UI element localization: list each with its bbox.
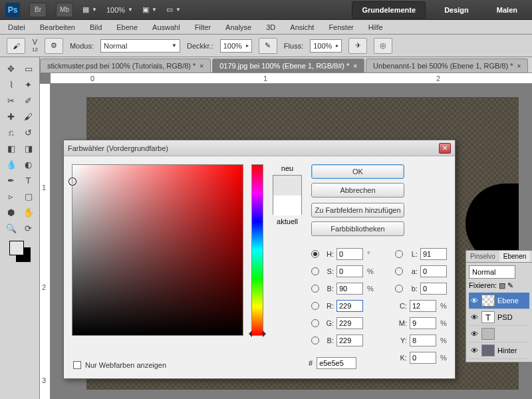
close-icon[interactable]: × bbox=[517, 63, 521, 70]
path-tool[interactable]: ▹ bbox=[3, 189, 19, 203]
wand-tool[interactable]: ✦ bbox=[21, 77, 37, 92]
visibility-icon[interactable]: 👁 bbox=[471, 313, 479, 321]
document-tab[interactable]: 0179.jpg bei 100% (Ebene 1, RGB/8#) *× bbox=[212, 59, 364, 72]
tab-ebenen[interactable]: Ebenen bbox=[499, 251, 530, 262]
input-r[interactable] bbox=[336, 300, 363, 312]
radio-l[interactable] bbox=[395, 250, 403, 258]
layer-row[interactable]: 👁Hinter bbox=[469, 342, 529, 359]
crop-tool[interactable]: ✂ bbox=[3, 93, 19, 108]
close-icon[interactable]: × bbox=[200, 63, 203, 70]
opacity-pressure-icon[interactable]: ✎ bbox=[259, 38, 277, 54]
pen-tool[interactable]: ✒ bbox=[3, 173, 19, 188]
hue-slider[interactable] bbox=[251, 164, 263, 336]
input-blue[interactable] bbox=[336, 334, 363, 346]
layer-row[interactable]: 👁Ebene bbox=[469, 293, 529, 309]
input-m[interactable] bbox=[410, 317, 436, 329]
zoom-dropdown[interactable]: 100%▼ bbox=[106, 6, 133, 14]
menu-3d[interactable]: 3D bbox=[261, 21, 281, 33]
menu-bild[interactable]: Bild bbox=[84, 21, 107, 33]
menu-filter[interactable]: Filter bbox=[190, 21, 216, 33]
color-field[interactable] bbox=[72, 164, 243, 336]
workspace-grundelemente[interactable]: Grundelemente bbox=[352, 1, 426, 19]
radio-b[interactable] bbox=[311, 285, 319, 293]
move-tool[interactable]: ✥ bbox=[3, 61, 19, 76]
workspace-malen[interactable]: Malen bbox=[487, 2, 527, 18]
visibility-icon[interactable]: 👁 bbox=[471, 346, 479, 354]
menu-bearbeiten[interactable]: Bearbeiten bbox=[35, 21, 80, 33]
close-button[interactable]: ✕ bbox=[439, 143, 451, 154]
document-tab[interactable]: Unbenannt-1 bei 500% (Ebene 1, RGB/8) *× bbox=[366, 59, 528, 72]
gradient-tool[interactable]: ◨ bbox=[21, 141, 37, 156]
view-layout-dropdown[interactable]: ▦▼ bbox=[82, 5, 97, 14]
view-extras-dropdown[interactable]: ▣▼ bbox=[142, 5, 157, 14]
input-k[interactable] bbox=[410, 352, 436, 364]
screen-mode-dropdown[interactable]: ▭▼ bbox=[166, 5, 181, 14]
tablet-pressure-icon[interactable]: ◎ bbox=[374, 38, 392, 54]
radio-r[interactable] bbox=[311, 302, 319, 310]
menu-ebene[interactable]: Ebene bbox=[111, 21, 143, 33]
input-lab-b[interactable] bbox=[420, 283, 447, 295]
input-a[interactable] bbox=[420, 265, 447, 277]
stamp-tool[interactable]: ⎌ bbox=[3, 125, 19, 140]
color-cursor[interactable] bbox=[69, 178, 76, 185]
dodge-tool[interactable]: ◐ bbox=[21, 157, 37, 172]
mode-dropdown[interactable]: Normal▼ bbox=[100, 39, 180, 53]
minibridge-button[interactable]: Mb bbox=[56, 3, 73, 17]
web-colors-checkbox[interactable]: Nur Webfarben anzeigen bbox=[73, 361, 166, 369]
input-s[interactable] bbox=[336, 265, 363, 277]
workspace-design[interactable]: Design bbox=[435, 2, 478, 18]
document-tab[interactable]: stickmuster.psd bei 100% (Tutorials, RGB… bbox=[40, 59, 211, 72]
layer-row[interactable]: 👁TPSD bbox=[469, 309, 529, 326]
menu-analyse[interactable]: Analyse bbox=[220, 21, 257, 33]
radio-lab-b[interactable] bbox=[395, 285, 403, 293]
radio-a[interactable] bbox=[395, 267, 403, 275]
eyedropper-tool[interactable]: ✐ bbox=[21, 93, 37, 108]
opacity-input[interactable]: 100%▸ bbox=[220, 39, 252, 53]
bridge-button[interactable]: Br bbox=[29, 3, 47, 17]
blur-tool[interactable]: 💧 bbox=[3, 157, 19, 172]
airbrush-toggle-icon[interactable]: ✈ bbox=[348, 38, 367, 54]
hand-tool[interactable]: ✋ bbox=[21, 205, 37, 219]
brush-tool[interactable]: 🖌 bbox=[21, 109, 37, 124]
menu-datei[interactable]: Datei bbox=[3, 21, 31, 33]
rotate-tool[interactable]: ⟳ bbox=[21, 221, 37, 235]
brush-settings-icon[interactable]: ⚙ bbox=[45, 38, 63, 54]
visibility-icon[interactable]: 👁 bbox=[471, 297, 479, 305]
visibility-icon[interactable]: 👁 bbox=[471, 330, 479, 338]
input-y[interactable] bbox=[410, 334, 436, 346]
menu-hilfe[interactable]: Hilfe bbox=[363, 21, 388, 33]
zoom-tool[interactable]: 🔍 bbox=[3, 221, 19, 235]
dialog-titlebar[interactable]: Farbwähler (Vordergrundfarbe) ✕ bbox=[64, 140, 455, 156]
tab-pinsel[interactable]: Pinselvo bbox=[466, 251, 499, 262]
radio-h[interactable] bbox=[311, 250, 319, 258]
input-l[interactable] bbox=[420, 248, 447, 260]
color-swatches[interactable] bbox=[9, 241, 31, 262]
menu-ansicht[interactable]: Ansicht bbox=[285, 21, 319, 33]
menu-auswahl[interactable]: Auswahl bbox=[147, 21, 186, 33]
flow-input[interactable]: 100%▸ bbox=[310, 39, 342, 53]
input-hex[interactable] bbox=[317, 357, 356, 369]
radio-s[interactable] bbox=[311, 267, 319, 275]
input-h[interactable] bbox=[336, 248, 363, 260]
marquee-tool[interactable]: ▭ bbox=[21, 61, 37, 76]
layer-row[interactable]: 👁 bbox=[469, 326, 529, 342]
blend-mode-dropdown[interactable]: Normal bbox=[469, 265, 515, 279]
history-brush-tool[interactable]: ↺ bbox=[21, 125, 37, 140]
type-tool[interactable]: T bbox=[21, 173, 37, 188]
input-c[interactable] bbox=[410, 300, 436, 312]
input-g[interactable] bbox=[336, 317, 363, 329]
menu-fenster[interactable]: Fenster bbox=[323, 21, 358, 33]
radio-bv[interactable] bbox=[311, 336, 319, 344]
shape-tool[interactable]: ▢ bbox=[21, 189, 37, 203]
color-libraries-button[interactable]: Farbbibliotheken bbox=[311, 221, 404, 236]
radio-g[interactable] bbox=[311, 319, 319, 327]
close-icon[interactable]: × bbox=[353, 63, 357, 70]
add-swatch-button[interactable]: Zu Farbfeldern hinzufügen bbox=[311, 203, 404, 217]
lasso-tool[interactable]: ⌇ bbox=[3, 77, 19, 92]
3d-tool[interactable]: ⬢ bbox=[3, 205, 19, 219]
eraser-tool[interactable]: ◧ bbox=[3, 141, 19, 156]
cancel-button[interactable]: Abbrechen bbox=[311, 183, 404, 198]
input-brightness[interactable] bbox=[336, 283, 363, 295]
brush-tool-icon[interactable]: 🖌 bbox=[7, 38, 25, 54]
healing-tool[interactable]: ✚ bbox=[3, 109, 19, 124]
